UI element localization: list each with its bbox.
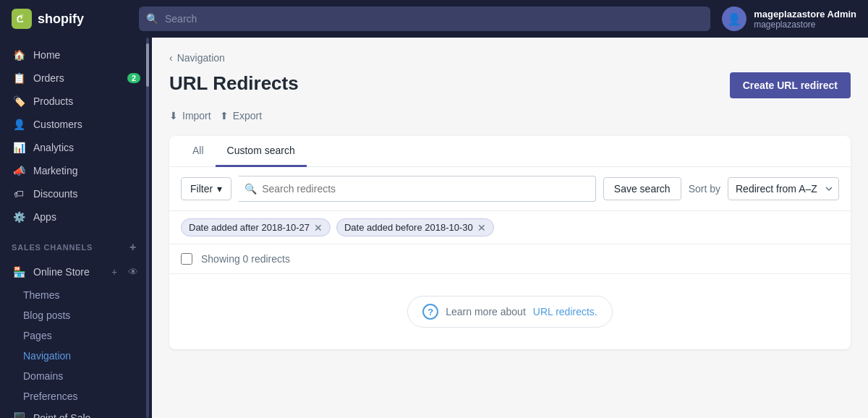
home-icon: 🏠: [12, 49, 26, 61]
sort-by-label: Sort by: [689, 183, 720, 195]
filter-tag-label: Date added after 2018-10-27: [189, 222, 310, 233]
active-filters: Date added after 2018-10-27 ✕ Date added…: [169, 211, 851, 244]
sidebar-sub-navigation[interactable]: Navigation: [0, 346, 152, 366]
export-icon: ⬆: [220, 110, 229, 121]
sidebar-item-label: Products: [33, 95, 73, 107]
learn-more-box: ? Learn more about URL redirects.: [407, 296, 612, 328]
logo-text: shopify: [38, 12, 84, 27]
orders-badge: 2: [127, 73, 140, 83]
sidebar-item-label: Marketing: [33, 165, 77, 176]
sort-select[interactable]: Redirect from A–Z: [728, 177, 839, 200]
sidebar-sub-blog-posts[interactable]: Blog posts: [0, 305, 152, 325]
showing-text: Showing 0 redirects: [201, 253, 290, 265]
search-redirects-input[interactable]: [239, 176, 596, 202]
user-menu[interactable]: 👤 mageplazastore Admin mageplazastore: [722, 7, 856, 31]
avatar: 👤: [722, 7, 746, 31]
sidebar-sub-preferences[interactable]: Preferences: [0, 386, 152, 406]
tabs: All Custom search: [169, 136, 851, 167]
analytics-icon: 📊: [12, 142, 26, 153]
sidebar-item-home[interactable]: 🏠 Home: [0, 43, 152, 67]
search-box[interactable]: 🔍: [239, 176, 596, 202]
import-icon: ⬇: [169, 110, 178, 121]
import-link[interactable]: ⬇ Import: [169, 110, 211, 121]
content-area: ‹ Navigation URL Redirects Create URL re…: [152, 38, 868, 418]
apps-icon: ⚙️: [12, 211, 26, 223]
page-actions: ⬇ Import ⬆ Export: [169, 110, 851, 121]
add-sales-channel-button[interactable]: +: [126, 240, 140, 255]
sidebar-item-label: Point of Sale: [33, 412, 90, 418]
remove-filter-before-button[interactable]: ✕: [477, 223, 486, 233]
sidebar-item-label: Apps: [33, 211, 56, 223]
sidebar-sub-themes[interactable]: Themes: [0, 285, 152, 305]
products-icon: 🏷️: [12, 95, 26, 107]
online-store-view-icon[interactable]: 👁: [126, 265, 140, 279]
sub-nav-label: Preferences: [23, 391, 77, 402]
sidebar-item-label: Analytics: [33, 142, 74, 153]
filter-dropdown-icon: ▾: [217, 183, 222, 195]
export-label: Export: [233, 110, 262, 121]
toolbar: Filter ▾ 🔍 Save search Sort by Redirect …: [169, 167, 851, 211]
filter-tag-after: Date added after 2018-10-27 ✕: [181, 218, 331, 236]
user-store: mageplazastore: [754, 20, 856, 30]
breadcrumb[interactable]: ‹ Navigation: [169, 52, 851, 64]
create-url-redirect-button[interactable]: Create URL redirect: [730, 72, 851, 98]
remove-filter-after-button[interactable]: ✕: [314, 223, 323, 233]
learn-more-link[interactable]: URL redirects.: [533, 306, 597, 317]
filter-tag-label: Date added before 2018-10-30: [344, 222, 473, 233]
global-search[interactable]: 🔍: [139, 7, 710, 31]
filter-button[interactable]: Filter ▾: [181, 177, 231, 200]
back-arrow-icon: ‹: [169, 52, 173, 64]
tab-custom-search[interactable]: Custom search: [216, 136, 307, 167]
filter-tag-before: Date added before 2018-10-30 ✕: [336, 218, 494, 236]
select-all-checkbox[interactable]: [181, 253, 192, 265]
save-search-button[interactable]: Save search: [603, 177, 681, 200]
main-card: All Custom search Filter ▾ 🔍 Save search…: [169, 136, 851, 349]
filter-label: Filter: [190, 183, 213, 195]
online-store-label: Online Store: [33, 266, 90, 278]
sidebar-item-analytics[interactable]: 📊 Analytics: [0, 136, 152, 159]
sidebar-item-customers[interactable]: 👤 Customers: [0, 113, 152, 136]
learn-more-text: Learn more about: [446, 306, 526, 317]
sidebar-item-online-store[interactable]: 🏪 Online Store + 👁: [0, 259, 152, 285]
logo: shopify: [12, 9, 127, 29]
pos-icon: 🖥️: [12, 412, 26, 418]
learn-more-section: ? Learn more about URL redirects.: [169, 274, 851, 349]
sales-channels-label: Sales Channels +: [0, 229, 152, 259]
discounts-icon: 🏷: [12, 188, 26, 200]
sidebar-item-discounts[interactable]: 🏷 Discounts: [0, 182, 152, 205]
sidebar-item-apps[interactable]: ⚙️ Apps: [0, 205, 152, 229]
sidebar-sub-domains[interactable]: Domains: [0, 366, 152, 386]
search-redirects-icon: 🔍: [244, 183, 257, 195]
help-icon: ?: [422, 304, 438, 320]
marketing-icon: 📣: [12, 165, 26, 176]
page-title: URL Redirects: [169, 72, 299, 95]
orders-icon: 📋: [12, 72, 26, 84]
shopify-logo-icon: [12, 9, 32, 29]
sub-nav-label: Pages: [23, 330, 52, 341]
sidebar-item-marketing[interactable]: 📣 Marketing: [0, 159, 152, 182]
sub-nav-label: Navigation: [23, 350, 71, 362]
online-store-actions: + 👁: [107, 265, 140, 279]
import-label: Import: [182, 110, 211, 121]
sub-nav-label: Blog posts: [23, 310, 70, 321]
sidebar-item-products[interactable]: 🏷️ Products: [0, 90, 152, 113]
sidebar-item-label: Home: [33, 49, 60, 61]
search-icon: 🔍: [146, 13, 158, 25]
sub-nav-label: Themes: [23, 289, 60, 301]
search-input[interactable]: [139, 7, 710, 31]
sidebar: 🏠 Home 📋 Orders 2 🏷️ Products 👤 Customer…: [0, 38, 152, 418]
breadcrumb-label: Navigation: [177, 52, 225, 64]
online-store-icon: 🏪: [12, 266, 26, 278]
user-name: mageplazastore Admin: [754, 9, 856, 20]
sidebar-item-point-of-sale[interactable]: 🖥️ Point of Sale: [0, 406, 152, 418]
online-store-settings-icon[interactable]: +: [107, 265, 122, 279]
export-link[interactable]: ⬆ Export: [220, 110, 262, 121]
topbar: shopify 🔍 👤 mageplazastore Admin magepla…: [0, 0, 868, 38]
sidebar-sub-pages[interactable]: Pages: [0, 325, 152, 346]
user-info: mageplazastore Admin mageplazastore: [754, 9, 856, 30]
tab-all[interactable]: All: [181, 136, 216, 167]
customers-icon: 👤: [12, 119, 26, 130]
sidebar-item-orders[interactable]: 📋 Orders 2: [0, 67, 152, 90]
sub-nav-label: Domains: [23, 370, 63, 382]
sidebar-item-label: Customers: [33, 119, 82, 130]
